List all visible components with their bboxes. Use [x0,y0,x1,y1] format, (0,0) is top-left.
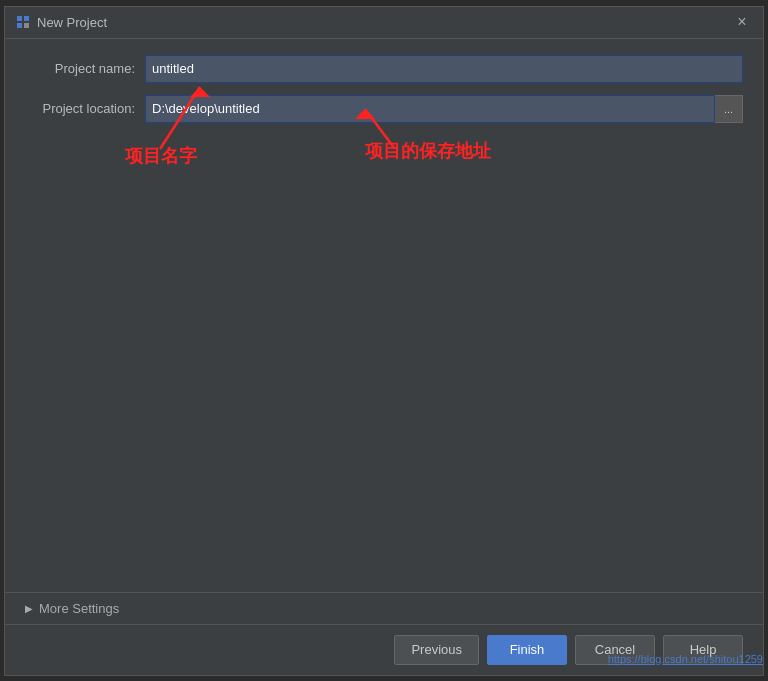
project-name-row: Project name: [25,55,743,83]
project-location-label: Project location: [25,101,145,116]
project-name-label: Project name: [25,61,145,76]
new-project-dialog: New Project × Project name: Project loca… [4,6,764,676]
annotation-name: 项目名字 [125,144,197,168]
app-icon [15,14,31,30]
project-name-input[interactable] [145,55,743,83]
previous-button[interactable]: Previous [394,635,479,665]
title-bar: New Project × [5,7,763,39]
svg-rect-1 [24,16,29,21]
dialog-body: Project name: Project location: ... 项目名字… [5,39,763,592]
watermark-text: https://blog.csdn.net/shitou1259 [608,653,763,665]
project-location-input[interactable] [145,95,715,123]
svg-rect-2 [17,23,22,28]
title-bar-left: New Project [15,14,107,30]
close-button[interactable]: × [731,11,753,33]
annotation-location: 项目的保存地址 [365,139,491,163]
dialog-footer: Previous Finish Cancel Help https://blog… [5,624,763,675]
browse-button[interactable]: ... [715,95,743,123]
project-location-group: ... [145,95,743,123]
finish-button[interactable]: Finish [487,635,567,665]
window-title: New Project [37,15,107,30]
more-settings-chevron-icon: ▶ [25,603,33,614]
svg-rect-0 [17,16,22,21]
more-settings-section[interactable]: ▶ More Settings [5,592,763,624]
svg-rect-3 [24,23,29,28]
project-location-row: Project location: ... [25,95,743,123]
more-settings-label: More Settings [39,601,119,616]
